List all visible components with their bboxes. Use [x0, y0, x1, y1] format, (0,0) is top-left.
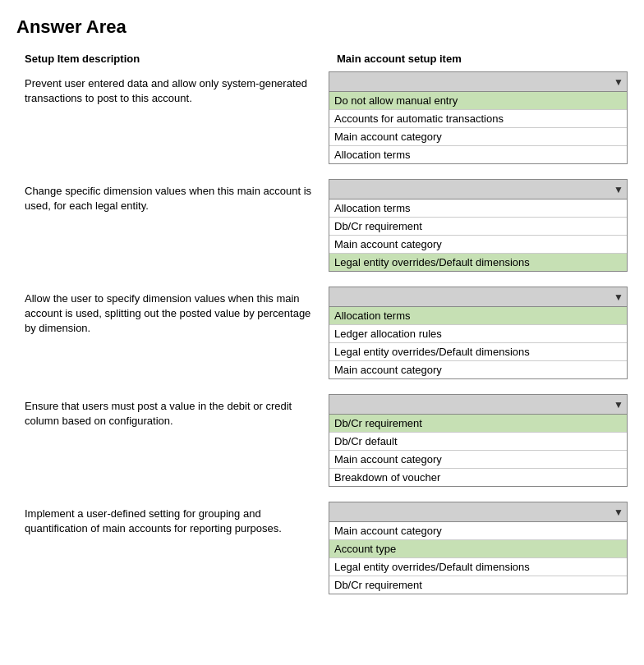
dropdown-option-2-1[interactable]: Allocation terms: [329, 200, 627, 218]
dropdown-cell-4[interactable]: ▼Db/Cr requirementDb/Cr defaultMain acco…: [329, 394, 628, 487]
dropdown-option-1-2[interactable]: Accounts for automatic transactions: [329, 110, 627, 128]
dropdown-cell-1[interactable]: ▼Do not allow manual entryAccounts for a…: [329, 71, 628, 164]
dropdown-option-5-3[interactable]: Legal entity overrides/Default dimension…: [329, 558, 627, 576]
col-desc-header: Setup Item description: [16, 53, 329, 65]
dropdown-option-5-2[interactable]: Account type: [329, 540, 627, 558]
dropdown-cell-5[interactable]: ▼Main account categoryAccount typeLegal …: [329, 502, 628, 594]
desc-cell-5: Implement a user-defined setting for gro…: [16, 502, 329, 541]
dropdown-option-1-1[interactable]: Do not allow manual entry: [329, 92, 627, 110]
rows-container: Prevent user entered data and allow only…: [16, 71, 628, 594]
column-headers: Setup Item description Main account setu…: [16, 53, 628, 65]
dropdown-header-5[interactable]: ▼: [329, 502, 627, 522]
dropdown-option-2-2[interactable]: Db/Cr requirement: [329, 218, 627, 236]
desc-cell-3: Allow the user to specify dimension valu…: [16, 287, 329, 342]
dropdown-option-1-3[interactable]: Main account category: [329, 128, 627, 146]
dropdown-option-4-4[interactable]: Breakdown of voucher: [329, 469, 627, 486]
col-main-header: Main account setup item: [329, 53, 628, 65]
dropdown-header-1[interactable]: ▼: [329, 72, 627, 92]
dropdown-option-5-1[interactable]: Main account category: [329, 522, 627, 540]
dropdown-cell-3[interactable]: ▼Allocation termsLedger allocation rules…: [329, 287, 628, 379]
chevron-down-icon[interactable]: ▼: [614, 291, 623, 303]
desc-cell-2: Change specific dimension values when th…: [16, 179, 329, 218]
dropdown-header-3[interactable]: ▼: [329, 287, 627, 307]
question-row-2: Change specific dimension values when th…: [16, 179, 628, 272]
dropdown-option-2-4[interactable]: Legal entity overrides/Default dimension…: [329, 254, 627, 271]
dropdown-option-3-3[interactable]: Legal entity overrides/Default dimension…: [329, 343, 627, 361]
dropdown-option-5-4[interactable]: Db/Cr requirement: [329, 576, 627, 594]
dropdown-option-2-3[interactable]: Main account category: [329, 236, 627, 254]
dropdown-header-4[interactable]: ▼: [329, 395, 627, 415]
dropdown-option-4-1[interactable]: Db/Cr requirement: [329, 415, 627, 433]
chevron-down-icon[interactable]: ▼: [614, 507, 623, 518]
question-row-1: Prevent user entered data and allow only…: [16, 71, 628, 164]
desc-cell-1: Prevent user entered data and allow only…: [16, 71, 329, 111]
dropdown-cell-2[interactable]: ▼Allocation termsDb/Cr requirementMain a…: [329, 179, 628, 272]
answer-area: Setup Item description Main account setu…: [16, 53, 628, 594]
dropdown-option-1-4[interactable]: Allocation terms: [329, 146, 627, 163]
chevron-down-icon[interactable]: ▼: [614, 184, 623, 195]
dropdown-header-2[interactable]: ▼: [329, 180, 627, 200]
desc-cell-4: Ensure that users must post a value in t…: [16, 394, 329, 433]
question-row-3: Allow the user to specify dimension valu…: [16, 287, 628, 379]
question-row-4: Ensure that users must post a value in t…: [16, 394, 628, 487]
dropdown-option-4-3[interactable]: Main account category: [329, 451, 627, 469]
dropdown-option-3-2[interactable]: Ledger allocation rules: [329, 325, 627, 343]
dropdown-option-4-2[interactable]: Db/Cr default: [329, 433, 627, 451]
question-row-5: Implement a user-defined setting for gro…: [16, 502, 628, 594]
chevron-down-icon[interactable]: ▼: [614, 399, 623, 410]
dropdown-option-3-4[interactable]: Main account category: [329, 361, 627, 378]
chevron-down-icon[interactable]: ▼: [614, 76, 623, 88]
page-title: Answer Area: [16, 16, 628, 38]
dropdown-option-3-1[interactable]: Allocation terms: [329, 307, 627, 325]
